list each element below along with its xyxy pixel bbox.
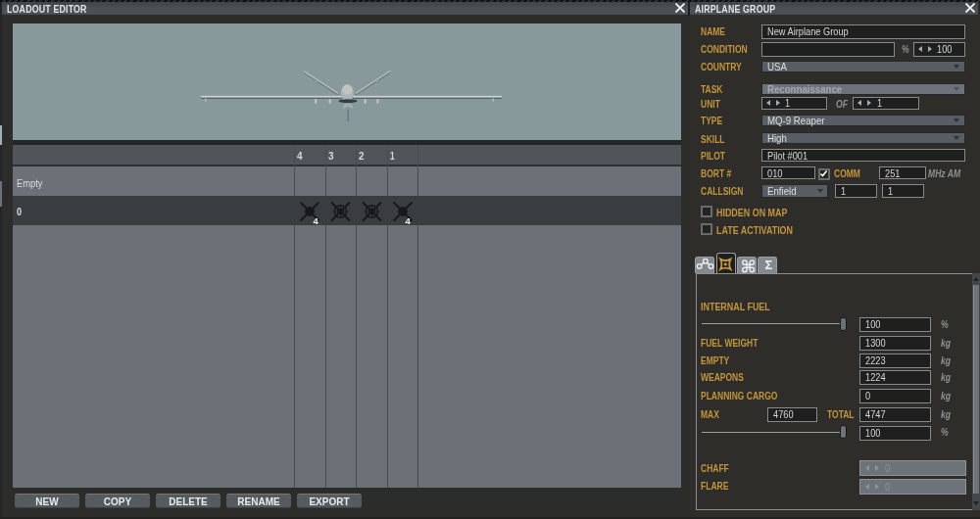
svg-text:4: 4 <box>406 215 412 226</box>
svg-text:Σ: Σ <box>765 258 773 272</box>
svg-text:4: 4 <box>314 215 319 226</box>
